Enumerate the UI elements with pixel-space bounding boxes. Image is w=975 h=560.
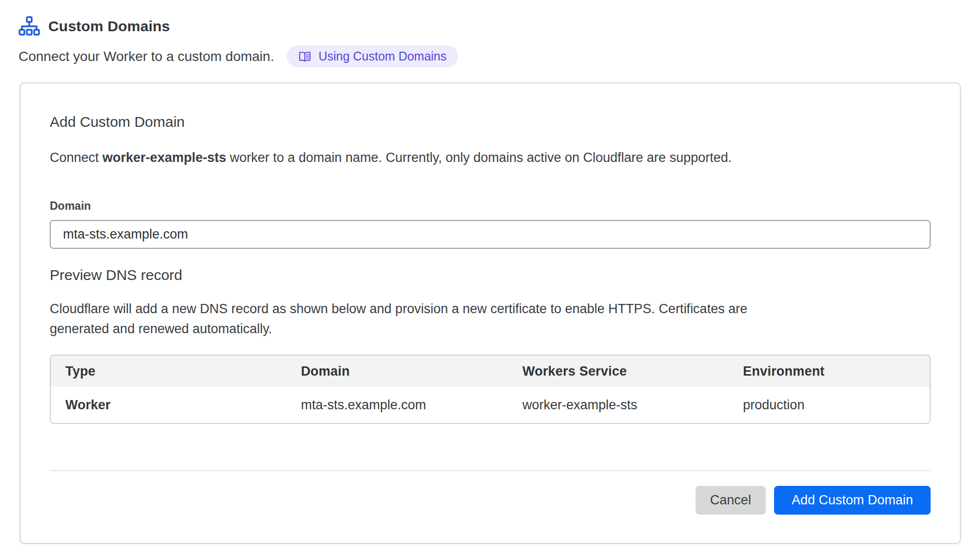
sitemap-icon: [19, 16, 40, 37]
page-header: Custom Domains Connect your Worker to a …: [0, 0, 975, 67]
domain-field-label: Domain: [50, 200, 931, 213]
add-custom-domain-button[interactable]: Add Custom Domain: [774, 486, 931, 515]
worker-name: worker-example-sts: [102, 150, 226, 165]
page-title: Custom Domains: [48, 18, 170, 35]
docs-link-label: Using Custom Domains: [318, 49, 447, 63]
preview-dns-description: Cloudflare will add a new DNS record as …: [50, 299, 781, 339]
column-header-domain: Domain: [286, 356, 508, 387]
page-subtitle: Connect your Worker to a custom domain.: [19, 49, 274, 64]
table-header-row: Type Domain Workers Service Environment: [51, 356, 930, 387]
card-intro-text: Connect worker-example-sts worker to a d…: [50, 148, 931, 167]
using-custom-domains-link[interactable]: Using Custom Domains: [287, 45, 458, 67]
preview-dns-heading: Preview DNS record: [50, 267, 931, 283]
cell-environment: production: [728, 387, 930, 423]
open-book-icon: [298, 50, 312, 63]
footer-actions: Cancel Add Custom Domain: [50, 486, 931, 515]
column-header-workers-service: Workers Service: [508, 356, 728, 387]
footer-divider: [50, 470, 931, 471]
cell-type: Worker: [51, 387, 286, 423]
cancel-button[interactable]: Cancel: [696, 486, 766, 515]
column-header-type: Type: [51, 356, 286, 387]
column-header-environment: Environment: [728, 356, 930, 387]
domain-input[interactable]: [50, 220, 931, 249]
cell-domain: mta-sts.example.com: [286, 387, 508, 423]
add-custom-domain-card: Add Custom Domain Connect worker-example…: [20, 82, 961, 544]
cell-workers-service: worker-example-sts: [508, 387, 728, 423]
dns-preview-table: Type Domain Workers Service Environment …: [50, 355, 931, 424]
card-heading: Add Custom Domain: [50, 114, 931, 130]
table-row: Worker mta-sts.example.com worker-exampl…: [51, 387, 930, 423]
